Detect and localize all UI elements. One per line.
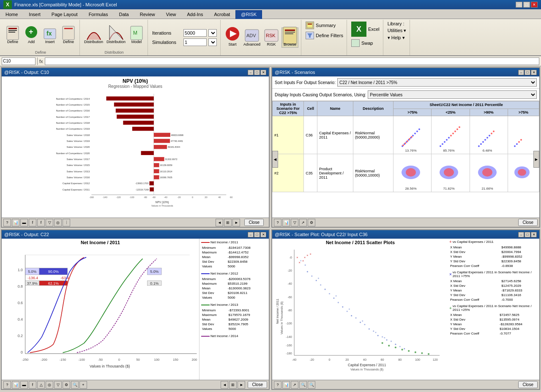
dist-group-label: Distribution xyxy=(105,49,124,54)
tb-c22-t1[interactable]: ▬ xyxy=(20,381,28,389)
tb-c22-more[interactable]: + xyxy=(79,381,87,389)
name-box[interactable]: C10 xyxy=(2,57,36,65)
tab-view[interactable]: View xyxy=(161,10,182,19)
tb-c10-filter[interactable]: ▽ xyxy=(46,219,53,226)
excel-button[interactable]: X Excel xyxy=(350,21,380,38)
simulations-input[interactable] xyxy=(183,38,207,46)
panel-c22-close-btn[interactable]: Close xyxy=(248,381,267,388)
svg-point-200 xyxy=(395,344,396,345)
tb-scat-t3[interactable]: 🔍 xyxy=(308,381,315,389)
tb-c22-zoom[interactable]: 🔍 xyxy=(71,381,79,389)
stat3-mean: $49627.2009 xyxy=(229,318,266,321)
close-btn[interactable]: ✕ xyxy=(531,2,538,8)
panel-scatter-max[interactable]: □ xyxy=(525,232,530,237)
help-button[interactable]: ▾ Help ▾ xyxy=(387,35,406,41)
panel-c22-min[interactable]: – xyxy=(248,232,254,237)
iterations-dropdown[interactable] xyxy=(208,29,217,37)
tb-c22-t5[interactable]: ▽ xyxy=(54,381,62,389)
tb-c22-t6[interactable]: ⚙ xyxy=(63,381,70,389)
svg-point-234 xyxy=(399,346,401,347)
tab-review[interactable]: Review xyxy=(134,10,161,19)
tb-c22-graph[interactable]: 📊 xyxy=(12,381,19,389)
panel-scen-close-btn[interactable]: Close xyxy=(518,219,538,226)
panel-scen-min[interactable]: – xyxy=(518,70,524,75)
display-dropdown[interactable]: Percentile Values xyxy=(368,90,537,99)
tb-c10-scroll-icon[interactable]: ⊞ xyxy=(224,219,232,226)
risk-button[interactable]: RSK RISK xyxy=(263,28,280,47)
dist2-button[interactable]: Distribution xyxy=(106,25,126,45)
panel-c22-max[interactable]: □ xyxy=(254,232,260,237)
tab-addins[interactable]: Add-Ins xyxy=(181,10,208,19)
tb-scen-help[interactable]: ? xyxy=(274,219,281,226)
browse-button[interactable]: Browse xyxy=(281,27,298,48)
tab-formulas[interactable]: Formulas xyxy=(83,10,114,19)
define-filters-button[interactable]: Define Filters xyxy=(305,31,344,40)
tab-acrobat[interactable]: Acrobat xyxy=(208,10,235,19)
define1-button[interactable]: Define xyxy=(4,25,21,45)
svg-point-83 xyxy=(402,144,404,146)
dist1-button[interactable]: Distribution xyxy=(83,25,104,45)
panel-c10-max[interactable]: □ xyxy=(254,70,260,75)
utilities-button[interactable]: Utilities ▾ xyxy=(387,27,407,34)
tab-data[interactable]: Data xyxy=(113,10,134,19)
tb-c10-f2[interactable]: f xyxy=(37,219,45,226)
tb-c10-scroll-left[interactable]: ◄ xyxy=(216,219,223,226)
tb-c22-scroll-icon[interactable]: ⊞ xyxy=(229,381,237,389)
start-button[interactable]: Start xyxy=(224,28,241,47)
tb-c10-f1[interactable]: f xyxy=(29,219,36,226)
tab-home[interactable]: Home xyxy=(0,10,23,19)
tb-c10-graph[interactable]: 📊 xyxy=(12,219,19,226)
tb-c10-scroll-right[interactable]: ► xyxy=(232,219,240,226)
panel-scatter-close-btn[interactable]: Close xyxy=(518,381,538,388)
tb-c22-t4[interactable]: ◎ xyxy=(46,381,53,389)
tb-scat-t2[interactable]: 🔍 xyxy=(299,381,307,389)
tb-c22-t2[interactable]: f xyxy=(29,381,36,389)
panel-scatter-min[interactable]: – xyxy=(518,232,524,237)
tb-scen-filter[interactable]: ▽ xyxy=(291,219,298,226)
panel-c10-close[interactable]: ✕ xyxy=(260,70,266,75)
formula-input[interactable] xyxy=(45,57,539,65)
panel-scen-max[interactable]: □ xyxy=(525,70,530,75)
table-scroll-left[interactable]: ◄ xyxy=(272,151,278,168)
panel-scen-close[interactable]: ✕ xyxy=(531,70,537,75)
tb-scat-graph[interactable]: 📊 xyxy=(282,381,290,389)
tb-c10-target[interactable]: ◎ xyxy=(54,219,62,226)
tb-scen-export[interactable]: ↗ xyxy=(299,219,307,226)
simulations-dropdown[interactable] xyxy=(208,38,217,46)
maximize-btn[interactable]: □ xyxy=(523,2,530,8)
tab-insert[interactable]: Insert xyxy=(23,10,46,19)
library-label-row[interactable]: Library : xyxy=(387,21,405,27)
add-button[interactable]: + Add xyxy=(23,25,40,45)
summary-button[interactable]: Summary xyxy=(305,21,336,30)
tab-risk[interactable]: @RISK xyxy=(235,10,262,19)
iterations-input[interactable] xyxy=(183,29,207,37)
tb-c22-help[interactable]: ? xyxy=(3,381,11,389)
define-group-label: Define xyxy=(35,49,46,54)
table-scroll-right[interactable]: ► xyxy=(533,151,539,168)
advanced-button[interactable]: ADV Advanced xyxy=(243,28,261,47)
panel-scatter-close[interactable]: ✕ xyxy=(531,232,537,237)
insert-button[interactable]: fx Insert xyxy=(41,25,58,45)
bar-9 xyxy=(154,145,167,149)
minimize-btn[interactable]: – xyxy=(516,2,522,8)
tb-c22-scroll-left[interactable]: ◄ xyxy=(221,381,228,389)
tb-c22-scroll-right[interactable]: ► xyxy=(238,381,245,389)
tb-c22-t3[interactable]: △ xyxy=(37,381,45,389)
tb-c10-more[interactable]: ⋮ xyxy=(63,219,70,226)
swap-button[interactable]: Swap xyxy=(350,38,374,48)
tb-scat-t1[interactable]: ↗ xyxy=(291,381,298,389)
panel-c10-close-btn[interactable]: Close xyxy=(244,219,264,226)
define2-button[interactable]: Define xyxy=(60,25,77,45)
tb-scen-settings[interactable]: ⚙ xyxy=(308,219,315,226)
sort-dropdown[interactable]: C22 / Net Income / 2011 >75% xyxy=(337,78,537,87)
tb-scen-graph[interactable]: 📊 xyxy=(282,219,290,226)
panel-c22-close[interactable]: ✕ xyxy=(260,232,266,237)
tb-scat-help[interactable]: ? xyxy=(274,381,281,389)
tb-c10-bar[interactable]: ▬ xyxy=(20,219,28,226)
model-button[interactable]: M Model xyxy=(128,25,145,45)
panel-c10-min[interactable]: – xyxy=(248,70,254,75)
svg-point-126 xyxy=(482,168,492,177)
tb-c10-help[interactable]: ? xyxy=(3,219,11,226)
tab-pagelayout[interactable]: Page Layout xyxy=(46,10,83,19)
row2-cell: C35 xyxy=(304,154,317,192)
